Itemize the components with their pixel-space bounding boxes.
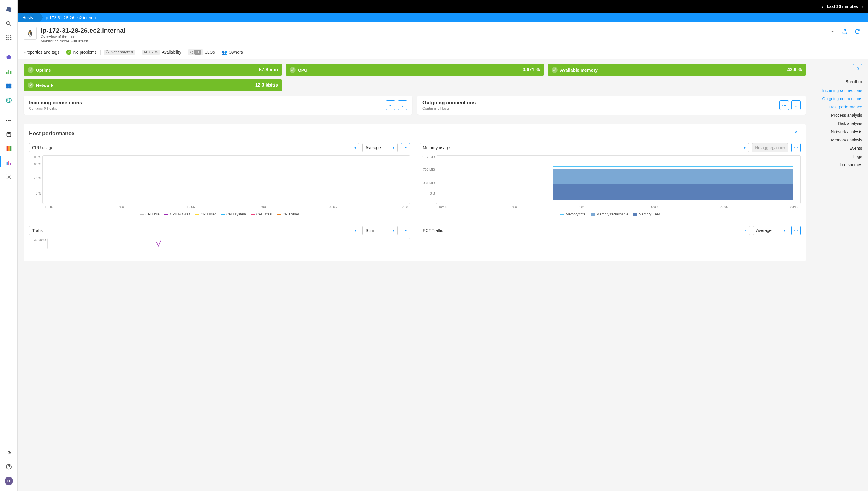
refresh-icon[interactable]: [853, 27, 862, 36]
svg-point-7: [8, 37, 9, 38]
svg-rect-13: [8, 70, 9, 74]
svg-rect-15: [6, 84, 8, 86]
more-actions-button[interactable]: ⋯: [828, 27, 837, 36]
incoming-title: Incoming connections: [29, 100, 82, 106]
incoming-expand-button[interactable]: ⌄: [398, 100, 407, 110]
svg-rect-23: [6, 146, 8, 151]
traffic-agg-dropdown[interactable]: Sum▾: [362, 226, 398, 235]
stat-memory[interactable]: ✓Available memory 43.9 %: [548, 64, 806, 76]
svg-rect-25: [10, 146, 11, 151]
mem-legend: Memory total Memory reclaimable Memory u…: [419, 210, 801, 219]
scroll-nav-link[interactable]: Outgoing connections: [812, 95, 862, 103]
incoming-more-button[interactable]: ⋯: [386, 100, 395, 110]
stat-uptime[interactable]: ✓Uptime 57.8 min: [24, 64, 282, 76]
scroll-nav-link[interactable]: Network analysis: [812, 127, 862, 136]
svg-rect-0: [6, 7, 11, 12]
svg-point-5: [10, 35, 11, 36]
scroll-nav-link[interactable]: Logs: [812, 152, 862, 161]
stat-network[interactable]: ✓Network 12.3 kbit/s: [24, 79, 282, 91]
breadcrumb-root[interactable]: Hosts: [18, 13, 40, 22]
outgoing-expand-button[interactable]: ⌄: [791, 100, 801, 110]
nav-database-icon[interactable]: [3, 128, 15, 140]
logo-icon[interactable]: [3, 3, 15, 15]
scroll-nav-link[interactable]: Events: [812, 144, 862, 152]
time-next-icon[interactable]: ›: [862, 3, 863, 10]
cpu-chart-block: CPU usage▾ Average▾ ⋯ 100 % 80 % 40 %: [29, 143, 410, 219]
perf-collapse-button[interactable]: ⌃: [791, 129, 801, 138]
mem-agg-dropdown: No aggregation▾: [752, 143, 788, 152]
expand-rail-icon[interactable]: [3, 447, 15, 459]
nav-gear-icon[interactable]: [3, 171, 15, 183]
page-title: ip-172-31-28-26.ec2.internal: [41, 27, 126, 34]
cpu-chart[interactable]: [43, 155, 410, 204]
user-avatar[interactable]: D: [3, 475, 15, 487]
mem-chart-more-button[interactable]: ⋯: [791, 143, 801, 152]
svg-line-2: [9, 25, 11, 26]
traffic-chart[interactable]: [47, 238, 410, 249]
memory-chart[interactable]: [436, 155, 801, 204]
availability-status[interactable]: 66.67 %Availability: [142, 50, 185, 55]
cpu-legend: CPU idle CPU I/O wait CPU user CPU syste…: [29, 210, 410, 219]
scroll-nav-link[interactable]: Host performance: [812, 103, 862, 111]
nav-cube-icon[interactable]: [3, 52, 15, 64]
outgoing-sub: Contains 0 Hosts.: [423, 106, 476, 111]
security-status[interactable]: 🛡 Not analyzed: [104, 50, 139, 55]
scroll-nav-link[interactable]: Incoming connections: [812, 86, 862, 95]
ec2-metric-dropdown[interactable]: EC2 Traffic▾: [419, 226, 750, 235]
traffic-metric-dropdown[interactable]: Traffic▾: [29, 226, 359, 235]
cpu-chart-more-button[interactable]: ⋯: [401, 143, 410, 152]
svg-point-3: [6, 35, 7, 36]
time-range-label[interactable]: Last 30 minutes: [827, 4, 858, 9]
incoming-connections-card: Incoming connections Contains 0 Hosts. ⋯…: [24, 96, 412, 115]
collapse-right-nav-button[interactable]: [853, 64, 862, 74]
nav-globe-icon[interactable]: [3, 94, 15, 106]
svg-point-6: [6, 37, 7, 38]
topbar: ‹ Last 30 minutes ›: [18, 0, 868, 13]
left-rail: aws D: [0, 0, 18, 491]
scroll-to-nav: Scroll to Incoming connectionsOutgoing c…: [812, 64, 862, 261]
incoming-sub: Contains 0 Hosts.: [29, 106, 82, 111]
scroll-nav-link[interactable]: Disk analysis: [812, 119, 862, 127]
slo-status[interactable]: ◎ 0SLOs: [188, 49, 219, 55]
outgoing-more-button[interactable]: ⋯: [780, 100, 789, 110]
properties-tags-link[interactable]: Properties and tags: [24, 50, 63, 55]
nav-bars-active-icon[interactable]: [3, 157, 15, 169]
scroll-nav-link[interactable]: Log sources: [812, 161, 862, 169]
ec2-agg-dropdown[interactable]: Average▾: [753, 226, 788, 235]
svg-rect-18: [9, 86, 11, 88]
cpu-agg-dropdown[interactable]: Average▾: [362, 143, 398, 152]
nav-aws-icon[interactable]: aws: [3, 114, 15, 126]
page-subtitle: Overview of the Host: [41, 34, 126, 39]
mem-metric-dropdown[interactable]: Memory usage▾: [419, 143, 749, 152]
problems-status[interactable]: ✓No problems: [66, 50, 100, 55]
traffic-chart-more-button[interactable]: ⋯: [401, 226, 410, 235]
outgoing-title: Outgoing connections: [423, 100, 476, 106]
svg-rect-28: [10, 163, 11, 165]
thumbs-up-icon[interactable]: [840, 27, 850, 36]
svg-point-10: [8, 39, 9, 40]
scroll-nav-link[interactable]: Memory analysis: [812, 136, 862, 144]
breadcrumb-current[interactable]: ip-172-31-28-26.ec2.internal: [40, 13, 102, 22]
svg-rect-12: [6, 72, 7, 74]
help-icon[interactable]: [3, 461, 15, 473]
svg-rect-14: [10, 71, 11, 74]
svg-point-9: [6, 39, 7, 40]
svg-point-4: [8, 35, 9, 36]
svg-point-29: [8, 176, 10, 178]
ec2-chart-more-button[interactable]: ⋯: [791, 226, 801, 235]
perf-title: Host performance: [29, 131, 74, 137]
host-performance-section: Host performance ⌃ CPU usage▾ Average▾ ⋯: [24, 124, 806, 261]
search-icon[interactable]: [3, 18, 15, 29]
stat-cpu[interactable]: ✓CPU 0.671 %: [286, 64, 544, 76]
scroll-nav-link[interactable]: Process analysis: [812, 111, 862, 119]
apps-grid-icon[interactable]: [3, 32, 15, 44]
metabar: Properties and tags ✓No problems 🛡 Not a…: [18, 47, 868, 59]
owners-link[interactable]: 👥 Owners: [222, 50, 246, 55]
cpu-metric-dropdown[interactable]: CPU usage▾: [29, 143, 359, 152]
svg-point-22: [7, 132, 10, 134]
time-prev-icon[interactable]: ‹: [821, 3, 823, 10]
svg-point-1: [6, 22, 10, 25]
nav-chart-icon[interactable]: [3, 66, 15, 78]
nav-book-icon[interactable]: [3, 143, 15, 154]
nav-squares-icon[interactable]: [3, 80, 15, 92]
